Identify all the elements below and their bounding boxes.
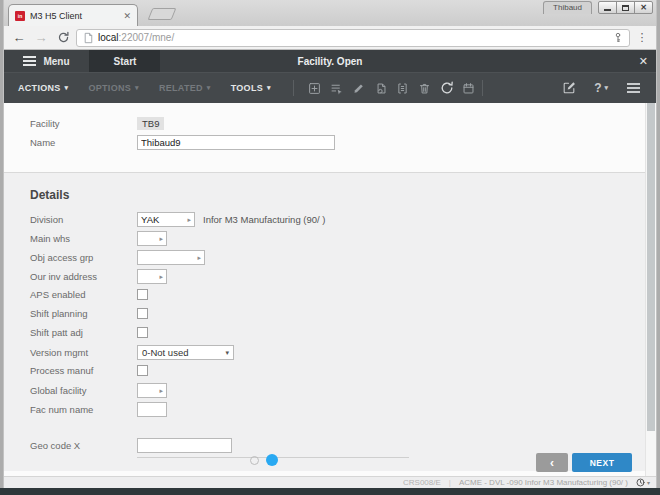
browser-window: in M3 H5 Client ✕ Thibaud ✕ ← → (0, 0, 660, 495)
help-button[interactable]: ?▾ (594, 81, 608, 95)
browser-profile-button[interactable]: Thibaud (543, 1, 592, 14)
our-inv-address-field: ▸ (137, 269, 167, 284)
browser-menu-button[interactable]: ⋮ (634, 31, 650, 44)
form-row-shift-patt-adj: Shift patt adj (30, 326, 656, 338)
form-row-our-inv-address: Our inv address ▸ (30, 269, 656, 284)
new-tab-button[interactable] (148, 8, 177, 20)
process-manuf-checkbox[interactable] (137, 365, 148, 376)
menu-button[interactable]: Menu (4, 50, 90, 72)
page-dot-active[interactable] (266, 454, 278, 466)
refresh-button[interactable] (436, 77, 458, 99)
browse-arrow-icon[interactable]: ▸ (187, 216, 194, 223)
url-host: local (98, 32, 119, 43)
change-button[interactable] (348, 77, 370, 99)
aps-enabled-checkbox[interactable] (137, 289, 148, 300)
calendar-button[interactable] (458, 77, 480, 99)
fac-num-name-field (137, 402, 167, 417)
display-button[interactable] (392, 77, 414, 99)
main-whs-field: ▸ (137, 231, 167, 246)
next-button[interactable]: NEXT (572, 453, 632, 472)
app-header: Menu Start Facility. Open ✕ (4, 50, 656, 72)
settings-menu-button[interactable] (622, 77, 644, 99)
obj-access-grp-input[interactable] (138, 251, 197, 264)
browser-tab[interactable]: in M3 H5 Client ✕ (8, 4, 138, 26)
forward-button[interactable]: → (32, 29, 50, 47)
facility-readonly-field: TB9 (137, 117, 164, 130)
history-button[interactable]: ▾ (636, 478, 650, 487)
reload-button[interactable] (54, 29, 72, 47)
geo-code-x-input[interactable] (138, 439, 231, 452)
form-row-fac-num-name: Fac num name (30, 402, 656, 417)
field-label: Fac num name (30, 404, 137, 415)
field-label: Geo code X (30, 440, 137, 451)
menu-label: Menu (43, 56, 69, 67)
name-field (137, 135, 335, 150)
version-mgmt-select[interactable]: 0-Not used ▾ (137, 345, 234, 360)
copy-button[interactable] (370, 77, 392, 99)
quick-note-button[interactable] (558, 77, 580, 99)
browse-arrow-icon[interactable]: ▸ (159, 235, 166, 242)
fac-num-name-input[interactable] (138, 403, 166, 416)
back-button[interactable]: ← (10, 29, 28, 47)
tools-menu[interactable]: TOOLS▾ (231, 83, 271, 93)
browse-arrow-icon[interactable]: ▸ (159, 273, 166, 280)
form-row-obj-access-grp: Obj access grp ▸ (30, 250, 656, 265)
division-input[interactable] (138, 213, 187, 226)
chevron-down-icon: ▾ (135, 84, 139, 92)
program-id: CRS008/E (403, 478, 441, 487)
compose-icon (562, 81, 576, 95)
page-dot-inactive[interactable] (250, 456, 259, 465)
name-input[interactable] (138, 136, 334, 149)
copy-icon (374, 82, 387, 95)
details-section-title: Details (30, 188, 656, 202)
window-controls: ✕ (599, 1, 653, 14)
close-window-button[interactable]: ✕ (634, 1, 653, 14)
add-record-button[interactable] (304, 77, 326, 99)
browse-arrow-icon[interactable]: ▸ (197, 254, 204, 261)
our-inv-address-input[interactable] (138, 270, 159, 283)
field-label: APS enabled (30, 289, 137, 300)
browse-arrow-icon[interactable]: ▸ (159, 387, 166, 394)
close-panel-icon[interactable]: ✕ (639, 55, 648, 68)
related-menu: RELATED▾ (159, 83, 211, 93)
minimize-button[interactable] (598, 1, 617, 14)
key-icon[interactable] (613, 32, 623, 43)
list-select-icon (330, 82, 343, 95)
chevron-down-icon: ▾ (207, 84, 211, 92)
actions-menu[interactable]: ACTIONS▾ (18, 83, 68, 93)
add-icon (308, 82, 321, 95)
tab-close-icon[interactable]: ✕ (123, 11, 131, 21)
url-path: :22007/mne/ (119, 32, 175, 43)
options-menu-label: OPTIONS (88, 83, 131, 93)
field-label: Main whs (30, 233, 137, 244)
browser-toolbar: ← → local:22007/mne/ ⋮ (4, 26, 656, 50)
details-section: Details Division ▸ Infor M3 Manufacturin… (4, 173, 656, 471)
toolbar-separator (482, 80, 483, 96)
delete-button[interactable] (414, 77, 436, 99)
maximize-button[interactable] (616, 1, 635, 14)
scrollbar-thumb[interactable] (647, 103, 655, 431)
select-filter-button[interactable] (326, 77, 348, 99)
global-facility-input[interactable] (138, 384, 159, 397)
shift-planning-checkbox[interactable] (137, 308, 148, 319)
form-row-shift-planning: Shift planning (30, 307, 656, 319)
division-field: ▸ (137, 212, 195, 227)
previous-button[interactable]: ‹ (536, 453, 568, 472)
chevron-down-icon: ▾ (65, 84, 69, 92)
form-row-aps-enabled: APS enabled (30, 288, 656, 300)
field-label: Obj access grp (30, 252, 137, 263)
start-tab-label: Start (114, 56, 137, 67)
tab-start[interactable]: Start (90, 50, 160, 72)
form-row-geo-code-x: Geo code X (30, 438, 656, 453)
form-row-facility: Facility TB9 (30, 116, 656, 130)
address-bar[interactable]: local:22007/mne/ (76, 29, 630, 47)
main-whs-input[interactable] (138, 232, 159, 245)
field-label: Shift patt adj (30, 327, 137, 338)
trash-icon (418, 82, 431, 95)
shift-patt-adj-checkbox[interactable] (137, 327, 148, 338)
division-description: Infor M3 Manufacturing (90/ ) (203, 214, 326, 225)
form-row-division: Division ▸ Infor M3 Manufacturing (90/ ) (30, 212, 656, 227)
form-row-version-mgmt: Version mgmt 0-Not used ▾ (30, 345, 656, 360)
url-text[interactable]: local:22007/mne/ (98, 32, 608, 43)
vertical-scrollbar[interactable] (645, 103, 656, 476)
